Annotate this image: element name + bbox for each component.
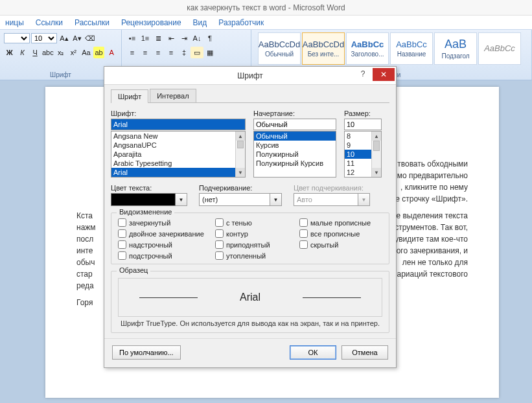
list-item[interactable]: Курсив <box>254 141 336 150</box>
chk-engrave[interactable]: утопленный <box>215 251 299 260</box>
font-color-button[interactable]: A <box>106 47 117 58</box>
scroll-up-icon[interactable]: ▲ <box>236 132 245 141</box>
chk-strike[interactable]: зачеркнутый <box>118 218 215 227</box>
dialog-titlebar[interactable]: Шрифт ? ✕ <box>104 67 396 85</box>
style-tile-nospacing[interactable]: AaBbCcDdБез инте... <box>302 32 345 65</box>
style-tile-title[interactable]: AaBbCcНазвание <box>390 32 433 65</box>
ribbon-font-family[interactable] <box>4 33 30 43</box>
chk-smallcaps[interactable]: малые прописные <box>299 218 390 227</box>
label-color: Цвет текста: <box>111 184 187 192</box>
chk-shadow[interactable]: с тенью <box>215 218 299 227</box>
change-case-button[interactable]: Aa <box>80 47 92 58</box>
style-tile-more[interactable]: AaBbCc <box>478 32 521 65</box>
tab-pages[interactable]: ницы <box>5 18 24 27</box>
tab-developer[interactable]: Разработчик <box>218 18 264 27</box>
tab-links[interactable]: Ссылки <box>36 18 63 27</box>
underline-dropdown[interactable]: (нет) ▼ <box>199 193 282 206</box>
doc-text: увидите там кое-что <box>393 233 468 245</box>
line-spacing-icon[interactable]: ‡ <box>178 47 191 58</box>
doc-text: инте <box>76 245 96 257</box>
multilevel-icon[interactable]: ≣ <box>152 32 165 44</box>
align-center-icon[interactable]: ≡ <box>139 47 152 58</box>
tab-review[interactable]: Рецензирование <box>121 18 181 27</box>
indent-dec-icon[interactable]: ⇤ <box>165 32 178 44</box>
justify-icon[interactable]: ≡ <box>165 47 178 58</box>
italic-button[interactable]: К <box>17 47 29 58</box>
style-tile-normal[interactable]: AaBbCcDdОбычный <box>258 32 301 65</box>
chevron-down-icon[interactable]: ▼ <box>270 193 282 206</box>
superscript-button[interactable]: x² <box>68 47 80 58</box>
ok-button[interactable]: ОК <box>290 345 336 360</box>
underline-button[interactable]: Ч <box>29 47 41 58</box>
style-tile-subtitle[interactable]: AaBПодзагол <box>434 32 477 65</box>
list-item[interactable]: Полужирный <box>254 150 336 159</box>
list-item[interactable]: Arial <box>111 168 245 177</box>
chk-dstrike[interactable]: двойное зачеркивание <box>118 229 215 238</box>
tab-font[interactable]: Шрифт <box>111 89 148 103</box>
list-item[interactable]: Arabic Typesetting <box>111 159 245 168</box>
window-titlebar: как зачеркнуть текст в word - Microsoft … <box>0 0 532 16</box>
font-input[interactable] <box>111 119 246 130</box>
style-tile-heading1[interactable]: AaBbCcЗаголово... <box>346 32 389 65</box>
doc-text: нажм <box>76 222 96 233</box>
clear-format-icon[interactable]: ⌫ <box>84 32 96 44</box>
list-item[interactable]: Полужирный Курсив <box>254 159 336 168</box>
dialog-title: Шрифт <box>237 71 262 80</box>
bullets-icon[interactable]: •≡ <box>126 32 139 44</box>
chevron-down-icon[interactable]: ▼ <box>176 193 187 206</box>
subscript-button[interactable]: x₂ <box>55 47 67 58</box>
scroll-down-icon[interactable]: ▼ <box>236 168 245 177</box>
tab-mailings[interactable]: Рассылки <box>75 18 110 27</box>
doc-text: ого зачеркивания, и <box>393 245 468 257</box>
chk-sub[interactable]: подстрочный <box>118 251 215 260</box>
sample-text: Arial <box>240 292 260 303</box>
chk-super[interactable]: надстрочный <box>118 240 215 249</box>
chk-allcaps[interactable]: все прописные <box>299 229 390 238</box>
numbering-icon[interactable]: 1≡ <box>139 32 152 44</box>
scroll-down-icon[interactable]: ▼ <box>372 168 381 177</box>
style-input[interactable] <box>253 119 336 130</box>
scroll-up-icon[interactable]: ▲ <box>372 132 381 141</box>
align-right-icon[interactable]: ≡ <box>152 47 165 58</box>
doc-text: реда <box>76 280 96 292</box>
label-size: Размер: <box>344 109 383 117</box>
chk-hidden[interactable]: скрытый <box>299 240 390 249</box>
close-button[interactable]: ✕ <box>373 68 395 81</box>
indent-inc-icon[interactable]: ⇥ <box>178 32 191 44</box>
scrollbar[interactable]: ▲ ▼ <box>235 132 245 177</box>
list-item[interactable]: AngsanaUPC <box>111 141 245 150</box>
scroll-thumb[interactable] <box>373 141 380 151</box>
sample-note: Шрифт TrueType. Он используется для выво… <box>118 319 382 327</box>
scrollbar[interactable]: ▲ ▼ <box>371 132 381 177</box>
ribbon-tabs: ницы Ссылки Рассылки Рецензирование Вид … <box>0 16 532 30</box>
size-input[interactable] <box>344 119 382 130</box>
sort-icon[interactable]: A↓ <box>191 32 203 44</box>
dialog-tabs: Шрифт Интервал <box>111 89 389 103</box>
cancel-button[interactable]: Отмена <box>341 345 388 360</box>
font-color-dropdown[interactable]: ▼ <box>111 193 187 206</box>
size-listbox[interactable]: 8 9 10 11 12 ▲ ▼ <box>344 131 382 178</box>
grow-font-icon[interactable]: A▴ <box>58 32 70 44</box>
tab-view[interactable]: Вид <box>193 18 207 27</box>
ribbon-font-size[interactable]: 10 <box>31 33 57 43</box>
list-item[interactable]: Обычный <box>254 132 336 141</box>
borders-icon[interactable]: ▦ <box>203 47 216 58</box>
chk-outline[interactable]: контур <box>215 229 299 238</box>
font-listbox[interactable]: Angsana New AngsanaUPC Aparajita Arabic … <box>111 131 246 178</box>
scroll-thumb[interactable] <box>237 141 244 148</box>
list-item[interactable]: Aparajita <box>111 150 245 159</box>
style-listbox[interactable]: Обычный Курсив Полужирный Полужирный Кур… <box>253 131 336 178</box>
default-button[interactable]: По умолчанию... <box>112 345 181 360</box>
list-item[interactable]: Angsana New <box>111 132 245 141</box>
shrink-font-icon[interactable]: A▾ <box>71 32 83 44</box>
highlight-button[interactable]: ab <box>93 47 105 58</box>
tab-spacing[interactable]: Интервал <box>150 89 196 102</box>
help-button[interactable]: ? <box>353 67 373 81</box>
strike-button[interactable]: abc <box>42 47 54 58</box>
align-left-icon[interactable]: ≡ <box>126 47 139 58</box>
bold-button[interactable]: Ж <box>4 47 16 58</box>
pilcrow-icon[interactable]: ¶ <box>203 32 216 44</box>
shading-icon[interactable]: ▭ <box>191 47 203 58</box>
chk-emboss[interactable]: приподнятый <box>215 240 299 249</box>
doc-text: стар <box>76 268 96 280</box>
